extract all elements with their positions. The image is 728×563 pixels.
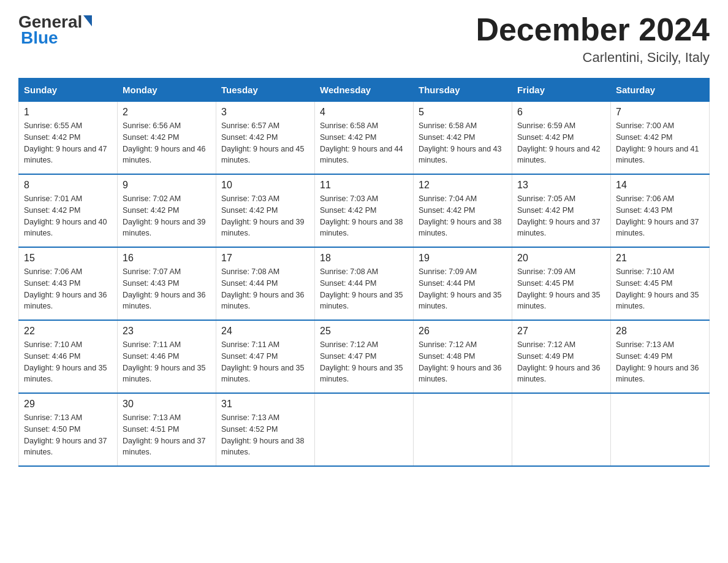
day-number: 1 bbox=[24, 107, 112, 118]
calendar-cell: 5Sunrise: 6:58 AMSunset: 4:42 PMDaylight… bbox=[414, 102, 512, 175]
day-info: Sunrise: 7:12 AMSunset: 4:49 PMDaylight:… bbox=[517, 339, 605, 385]
day-number: 25 bbox=[320, 326, 408, 337]
day-number: 8 bbox=[24, 180, 112, 191]
calendar-cell: 29Sunrise: 7:13 AMSunset: 4:50 PMDayligh… bbox=[19, 393, 118, 466]
day-info: Sunrise: 7:07 AMSunset: 4:43 PMDaylight:… bbox=[123, 266, 211, 312]
day-number: 20 bbox=[517, 253, 605, 264]
day-info: Sunrise: 7:01 AMSunset: 4:42 PMDaylight:… bbox=[24, 193, 112, 239]
day-info: Sunrise: 7:12 AMSunset: 4:48 PMDaylight:… bbox=[419, 339, 507, 385]
day-info: Sunrise: 6:58 AMSunset: 4:42 PMDaylight:… bbox=[419, 120, 507, 166]
calendar-cell: 26Sunrise: 7:12 AMSunset: 4:48 PMDayligh… bbox=[414, 320, 512, 393]
calendar-cell: 1Sunrise: 6:55 AMSunset: 4:42 PMDaylight… bbox=[19, 102, 118, 175]
day-number: 3 bbox=[221, 107, 309, 118]
weekday-header-thursday: Thursday bbox=[414, 79, 512, 102]
day-number: 2 bbox=[123, 107, 211, 118]
day-info: Sunrise: 7:10 AMSunset: 4:46 PMDaylight:… bbox=[24, 339, 112, 385]
day-number: 23 bbox=[123, 326, 211, 337]
calendar-cell: 14Sunrise: 7:06 AMSunset: 4:43 PMDayligh… bbox=[611, 174, 710, 247]
day-info: Sunrise: 7:03 AMSunset: 4:42 PMDaylight:… bbox=[221, 193, 309, 239]
weekday-header-monday: Monday bbox=[118, 79, 216, 102]
day-number: 26 bbox=[419, 326, 507, 337]
calendar-cell: 19Sunrise: 7:09 AMSunset: 4:44 PMDayligh… bbox=[414, 247, 512, 320]
calendar-cell: 27Sunrise: 7:12 AMSunset: 4:49 PMDayligh… bbox=[512, 320, 611, 393]
day-info: Sunrise: 7:13 AMSunset: 4:52 PMDaylight:… bbox=[221, 412, 309, 458]
day-info: Sunrise: 7:05 AMSunset: 4:42 PMDaylight:… bbox=[517, 193, 605, 239]
day-number: 29 bbox=[24, 399, 112, 410]
calendar-cell: 6Sunrise: 6:59 AMSunset: 4:42 PMDaylight… bbox=[512, 102, 611, 175]
day-info: Sunrise: 7:06 AMSunset: 4:43 PMDaylight:… bbox=[24, 266, 112, 312]
calendar-week-row: 29Sunrise: 7:13 AMSunset: 4:50 PMDayligh… bbox=[19, 393, 710, 466]
day-info: Sunrise: 7:13 AMSunset: 4:51 PMDaylight:… bbox=[123, 412, 211, 458]
month-title: December 2024 bbox=[476, 12, 710, 47]
day-number: 11 bbox=[320, 180, 408, 191]
calendar-cell: 2Sunrise: 6:56 AMSunset: 4:42 PMDaylight… bbox=[118, 102, 216, 175]
calendar-cell: 23Sunrise: 7:11 AMSunset: 4:46 PMDayligh… bbox=[118, 320, 216, 393]
logo: General Blue bbox=[18, 12, 92, 48]
weekday-header-saturday: Saturday bbox=[611, 79, 710, 102]
weekday-header-friday: Friday bbox=[512, 79, 611, 102]
day-number: 5 bbox=[419, 107, 507, 118]
day-info: Sunrise: 6:55 AMSunset: 4:42 PMDaylight:… bbox=[24, 120, 112, 166]
calendar-cell bbox=[315, 393, 414, 466]
calendar-cell: 20Sunrise: 7:09 AMSunset: 4:45 PMDayligh… bbox=[512, 247, 611, 320]
title-area: December 2024 Carlentini, Sicily, Italy bbox=[476, 12, 710, 66]
calendar-cell: 30Sunrise: 7:13 AMSunset: 4:51 PMDayligh… bbox=[118, 393, 216, 466]
day-number: 13 bbox=[517, 180, 605, 191]
day-number: 22 bbox=[24, 326, 112, 337]
weekday-header-wednesday: Wednesday bbox=[315, 79, 414, 102]
calendar-cell: 15Sunrise: 7:06 AMSunset: 4:43 PMDayligh… bbox=[19, 247, 118, 320]
day-number: 16 bbox=[123, 253, 211, 264]
day-info: Sunrise: 7:10 AMSunset: 4:45 PMDaylight:… bbox=[616, 266, 704, 312]
day-info: Sunrise: 6:59 AMSunset: 4:42 PMDaylight:… bbox=[517, 120, 605, 166]
day-info: Sunrise: 7:13 AMSunset: 4:50 PMDaylight:… bbox=[24, 412, 112, 458]
calendar-week-row: 22Sunrise: 7:10 AMSunset: 4:46 PMDayligh… bbox=[19, 320, 710, 393]
day-info: Sunrise: 7:00 AMSunset: 4:42 PMDaylight:… bbox=[616, 120, 704, 166]
day-info: Sunrise: 7:11 AMSunset: 4:47 PMDaylight:… bbox=[221, 339, 309, 385]
day-number: 19 bbox=[419, 253, 507, 264]
day-info: Sunrise: 7:13 AMSunset: 4:49 PMDaylight:… bbox=[616, 339, 704, 385]
calendar-cell: 22Sunrise: 7:10 AMSunset: 4:46 PMDayligh… bbox=[19, 320, 118, 393]
day-number: 30 bbox=[123, 399, 211, 410]
day-number: 9 bbox=[123, 180, 211, 191]
calendar-week-row: 1Sunrise: 6:55 AMSunset: 4:42 PMDaylight… bbox=[19, 102, 710, 175]
day-info: Sunrise: 7:08 AMSunset: 4:44 PMDaylight:… bbox=[221, 266, 309, 312]
day-info: Sunrise: 6:56 AMSunset: 4:42 PMDaylight:… bbox=[123, 120, 211, 166]
logo-blue-text: Blue bbox=[21, 28, 58, 48]
weekday-header-tuesday: Tuesday bbox=[216, 79, 315, 102]
calendar-cell: 11Sunrise: 7:03 AMSunset: 4:42 PMDayligh… bbox=[315, 174, 414, 247]
day-info: Sunrise: 6:58 AMSunset: 4:42 PMDaylight:… bbox=[320, 120, 408, 166]
day-number: 14 bbox=[616, 180, 704, 191]
day-number: 10 bbox=[221, 180, 309, 191]
day-number: 17 bbox=[221, 253, 309, 264]
calendar-cell: 24Sunrise: 7:11 AMSunset: 4:47 PMDayligh… bbox=[216, 320, 315, 393]
calendar-cell: 13Sunrise: 7:05 AMSunset: 4:42 PMDayligh… bbox=[512, 174, 611, 247]
location-text: Carlentini, Sicily, Italy bbox=[476, 50, 710, 66]
day-info: Sunrise: 7:06 AMSunset: 4:43 PMDaylight:… bbox=[616, 193, 704, 239]
day-info: Sunrise: 7:12 AMSunset: 4:47 PMDaylight:… bbox=[320, 339, 408, 385]
day-number: 18 bbox=[320, 253, 408, 264]
calendar-cell: 16Sunrise: 7:07 AMSunset: 4:43 PMDayligh… bbox=[118, 247, 216, 320]
weekday-header-row: SundayMondayTuesdayWednesdayThursdayFrid… bbox=[19, 79, 710, 102]
calendar-cell bbox=[414, 393, 512, 466]
calendar-cell: 8Sunrise: 7:01 AMSunset: 4:42 PMDaylight… bbox=[19, 174, 118, 247]
day-number: 15 bbox=[24, 253, 112, 264]
page-header: General Blue December 2024 Carlentini, S… bbox=[18, 12, 710, 66]
calendar-table: SundayMondayTuesdayWednesdayThursdayFrid… bbox=[18, 78, 710, 467]
day-number: 31 bbox=[221, 399, 309, 410]
calendar-week-row: 15Sunrise: 7:06 AMSunset: 4:43 PMDayligh… bbox=[19, 247, 710, 320]
calendar-cell: 17Sunrise: 7:08 AMSunset: 4:44 PMDayligh… bbox=[216, 247, 315, 320]
day-info: Sunrise: 7:11 AMSunset: 4:46 PMDaylight:… bbox=[123, 339, 211, 385]
logo-arrow-icon bbox=[83, 15, 92, 26]
day-number: 21 bbox=[616, 253, 704, 264]
day-number: 7 bbox=[616, 107, 704, 118]
calendar-cell: 25Sunrise: 7:12 AMSunset: 4:47 PMDayligh… bbox=[315, 320, 414, 393]
weekday-header-sunday: Sunday bbox=[19, 79, 118, 102]
day-info: Sunrise: 7:03 AMSunset: 4:42 PMDaylight:… bbox=[320, 193, 408, 239]
calendar-cell: 18Sunrise: 7:08 AMSunset: 4:44 PMDayligh… bbox=[315, 247, 414, 320]
day-number: 6 bbox=[517, 107, 605, 118]
calendar-cell bbox=[512, 393, 611, 466]
calendar-cell: 4Sunrise: 6:58 AMSunset: 4:42 PMDaylight… bbox=[315, 102, 414, 175]
day-info: Sunrise: 7:08 AMSunset: 4:44 PMDaylight:… bbox=[320, 266, 408, 312]
calendar-cell: 7Sunrise: 7:00 AMSunset: 4:42 PMDaylight… bbox=[611, 102, 710, 175]
calendar-cell bbox=[611, 393, 710, 466]
